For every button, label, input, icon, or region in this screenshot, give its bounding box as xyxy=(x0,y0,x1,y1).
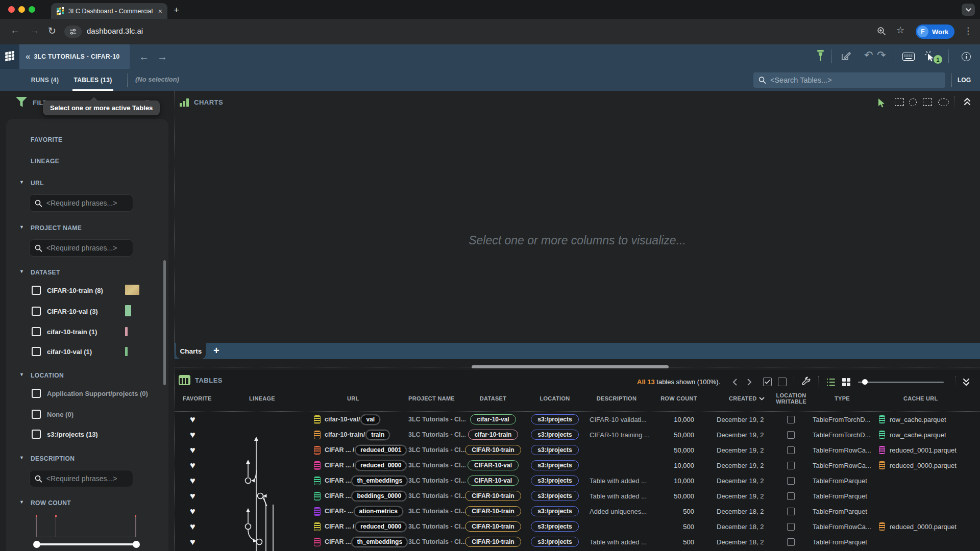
location-pill[interactable]: s3:/projects xyxy=(531,445,578,455)
select-none-checkbox[interactable] xyxy=(778,378,787,386)
app-logo[interactable] xyxy=(0,44,19,69)
row-size-slider[interactable] xyxy=(858,382,944,383)
dataset-pill[interactable]: CIFAR-10-val xyxy=(468,460,519,470)
pin-icon[interactable] xyxy=(816,49,825,62)
location-writable-checkbox[interactable] xyxy=(787,508,795,515)
project-filter-search[interactable] xyxy=(29,239,133,257)
table-url-cell[interactable]: cifar-10-val/val xyxy=(325,412,380,427)
column-header-lineage[interactable]: LINEAGE xyxy=(249,395,275,402)
add-chart-tab-button[interactable]: + xyxy=(213,345,219,357)
dataset-filter-item[interactable]: cifar-10-val (1) xyxy=(32,346,92,357)
dataset-pill[interactable]: CIFAR-10-val xyxy=(468,475,519,486)
dataset-pill[interactable]: CIFAR-10-train xyxy=(465,521,521,532)
browser-reload-button[interactable]: ↻ xyxy=(48,25,56,37)
cursor-select-tool-icon[interactable] xyxy=(878,98,886,108)
keyboard-shortcuts-icon[interactable] xyxy=(902,53,915,61)
table-url-cell[interactable]: CIFAR ... /reduced_0000 xyxy=(325,519,406,534)
expander-triangle-icon[interactable]: ▼ xyxy=(19,224,24,230)
table-url-cell[interactable]: cifar-10-train/train xyxy=(325,427,389,442)
location-filter-item[interactable]: Application Support/projects (0) xyxy=(32,388,148,399)
location-pill[interactable]: s3:/projects xyxy=(531,521,578,532)
location-pill[interactable]: s3:/projects xyxy=(531,460,578,470)
tab-search-button[interactable] xyxy=(962,4,975,16)
filter-section-lineage[interactable]: LINEAGE xyxy=(31,158,59,165)
dataset-pill[interactable]: CIFAR-10-train xyxy=(465,537,521,547)
wrench-icon[interactable] xyxy=(800,377,811,387)
collapse-up-icon[interactable] xyxy=(964,97,971,106)
favorite-heart-icon[interactable]: ♥ xyxy=(190,473,195,488)
location-pill[interactable]: s3:/projects xyxy=(531,430,578,440)
filter-section-favorite[interactable]: FAVORITE xyxy=(31,136,62,143)
window-close-button[interactable] xyxy=(8,6,15,13)
expander-triangle-icon[interactable]: ▼ xyxy=(19,269,24,274)
tab-tables[interactable]: TABLES (13) xyxy=(71,69,114,91)
column-header-type[interactable]: TYPE xyxy=(835,395,850,402)
column-header-project-name[interactable]: PROJECT NAME xyxy=(408,395,455,402)
project-page-tab[interactable]: « 3LC TUTORIALS - CIFAR-10 xyxy=(19,44,130,69)
favorite-heart-icon[interactable]: ♥ xyxy=(190,504,195,519)
new-tab-button[interactable]: + xyxy=(174,5,179,16)
page-prev-icon[interactable] xyxy=(732,379,737,386)
table-row[interactable]: ♥ cifar-10-train/train 3LC Tutorials - C… xyxy=(0,427,980,442)
tab-runs[interactable]: RUNS (4) xyxy=(26,69,64,91)
url-filter-search[interactable] xyxy=(29,194,133,212)
location-pill[interactable]: s3:/projects xyxy=(531,537,578,547)
log-button[interactable]: LOG xyxy=(958,77,971,84)
search-tables-input[interactable] xyxy=(770,76,940,84)
undo-icon[interactable]: ↶ xyxy=(864,49,873,61)
tab-close-icon[interactable]: × xyxy=(158,7,162,15)
sidebar-scrollbar[interactable] xyxy=(163,260,166,385)
list-view-icon[interactable] xyxy=(827,379,835,386)
browser-back-button[interactable]: ← xyxy=(10,25,20,36)
filter-section-project-name[interactable]: PROJECT NAME xyxy=(31,224,82,232)
location-writable-checkbox[interactable] xyxy=(787,416,795,423)
lasso-select-tool-icon[interactable] xyxy=(909,98,917,106)
location-writable-checkbox[interactable] xyxy=(787,477,795,485)
window-maximize-button[interactable] xyxy=(29,6,35,13)
project-filter-input[interactable] xyxy=(46,244,128,252)
browser-profile-button[interactable]: F Work xyxy=(916,24,954,39)
charts-active-tab[interactable]: Charts xyxy=(176,343,206,359)
column-header-location[interactable]: LOCATION xyxy=(529,395,580,402)
browser-tab[interactable]: 3LC Dashboard - Commercial × xyxy=(51,3,167,19)
dataset-pill[interactable]: CIFAR-10-train xyxy=(465,445,521,455)
address-bar-url[interactable]: dashboard.3lc.ai xyxy=(87,27,143,35)
column-header-cache-url[interactable]: CACHE URL xyxy=(903,395,938,402)
page-zoom-icon[interactable] xyxy=(877,27,886,38)
url-filter-input[interactable] xyxy=(46,199,128,207)
column-header-dataset[interactable]: DATASET xyxy=(468,395,519,402)
redo-icon[interactable]: ↷ xyxy=(877,49,886,61)
dataset-filter-item[interactable]: CIFAR-10-train (8) xyxy=(32,285,103,296)
page-next-icon[interactable] xyxy=(747,379,752,386)
slider-handle[interactable] xyxy=(862,379,868,385)
bookmark-star-icon[interactable]: ☆ xyxy=(896,24,904,36)
dataset-pill[interactable]: CIFAR-10-train xyxy=(465,491,521,501)
rect-select-tool-icon[interactable] xyxy=(895,98,904,106)
checkbox[interactable] xyxy=(32,307,41,316)
location-writable-checkbox[interactable] xyxy=(787,492,795,500)
dataset-filter-item[interactable]: cifar-10-train (1) xyxy=(32,326,97,337)
favorite-heart-icon[interactable]: ♥ xyxy=(190,412,195,427)
browser-forward-button[interactable]: → xyxy=(30,25,39,36)
table-url-cell[interactable]: CIFAR- ...ation-metrics xyxy=(325,504,403,519)
table-row[interactable]: ♥ CIFAR ... /reduced_0000 3LC Tutorials … xyxy=(0,519,980,534)
location-pill[interactable]: s3:/projects xyxy=(531,506,578,516)
column-header-location-writable[interactable]: LOCATION WRITABLE xyxy=(774,392,808,405)
dataset-pill[interactable]: cifar-10-train xyxy=(468,430,519,440)
filter-section-location[interactable]: LOCATION xyxy=(31,372,64,379)
favorite-heart-icon[interactable]: ♥ xyxy=(190,534,195,549)
checkbox[interactable] xyxy=(32,389,41,398)
expander-triangle-icon[interactable]: ▼ xyxy=(19,372,24,377)
dataset-pill[interactable]: CIFAR-10-train xyxy=(465,506,521,516)
column-header-description[interactable]: DESCRIPTION xyxy=(591,395,642,402)
table-url-cell[interactable]: CIFAR ... /reduced_0001 xyxy=(325,442,406,458)
favorite-heart-icon[interactable]: ♥ xyxy=(190,427,195,442)
app-back-button[interactable]: ← xyxy=(139,51,149,63)
checkbox[interactable] xyxy=(32,286,41,295)
table-url-cell[interactable]: CIFAR ...th_embeddings xyxy=(325,534,407,549)
expander-triangle-icon[interactable]: ▼ xyxy=(19,180,24,185)
table-row[interactable]: ♥ CIFAR- ...ation-metrics 3LC Tutorials … xyxy=(0,504,980,519)
location-pill[interactable]: s3:/projects xyxy=(531,491,578,501)
browser-menu-icon[interactable]: ⋮ xyxy=(964,26,972,36)
dataset-pill[interactable]: cifar-10-val xyxy=(470,414,516,424)
